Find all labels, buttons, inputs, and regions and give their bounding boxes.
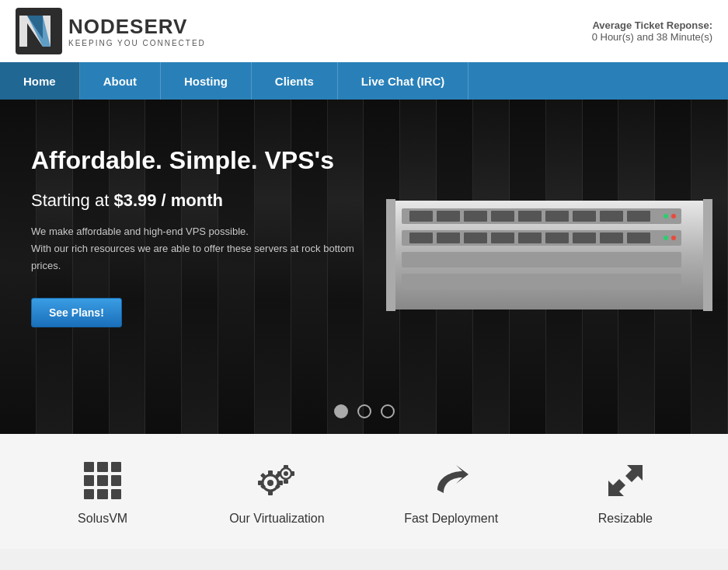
slider-dot-2[interactable] xyxy=(357,404,371,418)
svg-rect-45 xyxy=(284,465,288,469)
logo-area: NODESERV KEEPING YOU CONNECTED xyxy=(16,8,206,54)
svg-rect-13 xyxy=(518,211,542,222)
hero-subtitle-text: Starting at xyxy=(31,191,109,210)
svg-point-28 xyxy=(671,214,676,219)
svg-rect-35 xyxy=(268,470,273,475)
svg-rect-14 xyxy=(545,211,569,222)
svg-rect-12 xyxy=(491,211,514,222)
feature-deployment: Fast Deployment xyxy=(374,457,529,526)
ticket-info: Average Ticket Reponse: 0 Hour(s) and 38… xyxy=(592,19,712,43)
solusvm-icon xyxy=(79,457,126,504)
hero-description: We make affordable and high-end VPS poss… xyxy=(31,223,373,275)
nav-home[interactable]: Home xyxy=(0,62,80,100)
slider-dots xyxy=(334,404,395,418)
svg-rect-7 xyxy=(402,252,681,268)
logo-tagline: KEEPING YOU CONNECTED xyxy=(68,39,206,47)
svg-point-30 xyxy=(671,236,676,240)
logo-icon xyxy=(16,8,62,54)
svg-point-27 xyxy=(664,214,668,219)
svg-rect-21 xyxy=(491,233,514,243)
hero-subtitle: Starting at $3.99 / month xyxy=(31,191,373,211)
svg-rect-24 xyxy=(573,233,596,243)
page-header: NODESERV KEEPING YOU CONNECTED Average T… xyxy=(0,0,728,62)
server-image xyxy=(386,177,712,333)
resize-svg xyxy=(604,460,647,501)
virtualization-label: Our Virtualization xyxy=(229,512,324,526)
svg-rect-16 xyxy=(600,211,623,222)
svg-rect-15 xyxy=(573,211,596,222)
svg-rect-47 xyxy=(277,471,281,476)
nav-hosting[interactable]: Hosting xyxy=(161,62,252,100)
deployment-icon xyxy=(428,457,475,504)
svg-rect-20 xyxy=(464,233,487,243)
slider-dot-3[interactable] xyxy=(381,404,395,418)
svg-rect-19 xyxy=(437,233,460,243)
resizable-label: Resizable xyxy=(598,512,653,526)
svg-rect-22 xyxy=(518,233,542,243)
svg-rect-26 xyxy=(627,233,650,243)
svg-point-34 xyxy=(267,480,273,486)
svg-rect-48 xyxy=(291,471,294,476)
svg-rect-38 xyxy=(278,481,283,485)
svg-point-44 xyxy=(284,471,288,476)
hero-section: Affordable. Simple. VPS's Starting at $3… xyxy=(0,100,728,434)
svg-rect-10 xyxy=(437,211,460,222)
hero-price: $3.99 / month xyxy=(113,191,223,210)
svg-marker-49 xyxy=(625,465,643,482)
hero-desc-line2: With our rich resources we are able to o… xyxy=(31,240,373,275)
virtualization-icon xyxy=(253,457,300,504)
svg-rect-11 xyxy=(464,211,487,222)
svg-rect-8 xyxy=(402,274,681,289)
features-section: SolusVM xyxy=(0,434,728,549)
svg-rect-36 xyxy=(268,491,273,495)
main-nav: Home About Hosting Clients Live Chat (IR… xyxy=(0,62,728,100)
nav-clients[interactable]: Clients xyxy=(252,62,338,100)
hero-title: Affordable. Simple. VPS's xyxy=(31,146,373,175)
nav-about[interactable]: About xyxy=(80,62,161,100)
see-plans-button[interactable]: See Plans! xyxy=(31,298,122,327)
grid-icon xyxy=(84,462,121,499)
svg-rect-18 xyxy=(409,233,433,243)
solusvm-label: SolusVM xyxy=(78,512,127,526)
hero-content: Affordable. Simple. VPS's Starting at $3… xyxy=(0,100,404,374)
svg-rect-25 xyxy=(600,233,623,243)
svg-marker-50 xyxy=(608,479,625,496)
arrow-svg xyxy=(430,460,473,501)
resizable-icon xyxy=(602,457,649,504)
svg-point-29 xyxy=(664,236,668,240)
deployment-label: Fast Deployment xyxy=(404,512,498,526)
gears-svg xyxy=(255,461,298,500)
feature-solusvm: SolusVM xyxy=(25,457,180,526)
svg-rect-32 xyxy=(703,199,712,311)
svg-rect-23 xyxy=(545,233,569,243)
svg-rect-9 xyxy=(409,211,433,222)
ticket-label: Average Ticket Reponse: xyxy=(592,19,712,31)
nav-livechat[interactable]: Live Chat (IRC) xyxy=(338,62,469,100)
svg-rect-46 xyxy=(284,480,288,484)
slider-dot-1[interactable] xyxy=(334,404,348,418)
logo-name: NODESERV xyxy=(68,15,206,39)
feature-virtualization: Our Virtualization xyxy=(199,457,354,526)
hero-desc-line1: We make affordable and high-end VPS poss… xyxy=(31,223,373,240)
ticket-value: 0 Hour(s) and 38 Minute(s) xyxy=(592,31,712,43)
feature-resizable: Resizable xyxy=(548,457,703,526)
logo-text-area: NODESERV KEEPING YOU CONNECTED xyxy=(68,15,206,47)
svg-rect-17 xyxy=(627,211,650,222)
svg-rect-37 xyxy=(258,481,263,485)
